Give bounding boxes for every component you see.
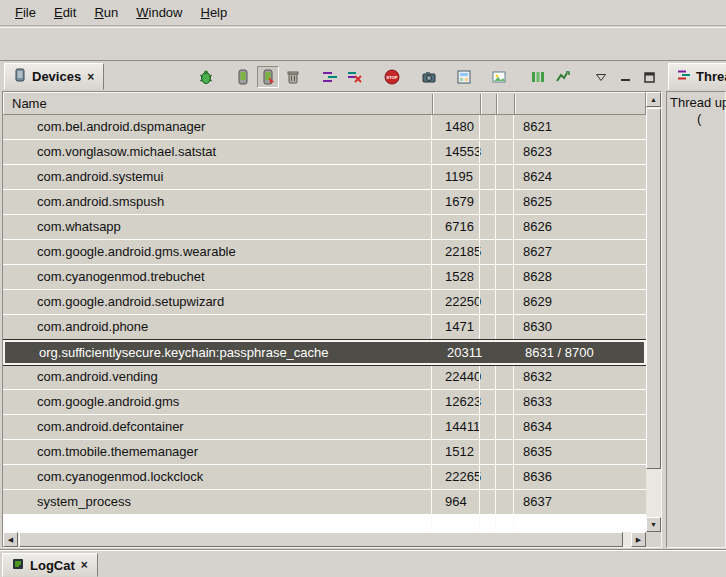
table-row[interactable]: com.tmobile.thememanager 1512 8635 [3, 440, 646, 464]
table-row[interactable]: com.google.android.gms 12623 8633 [3, 390, 646, 414]
opengl-trace-icon[interactable] [552, 66, 574, 88]
table-row[interactable]: com.cyanogenmod.lockclock 22265 8636 [3, 465, 646, 489]
process-pid: 22265 [445, 465, 481, 489]
process-pid: 14411 [445, 415, 480, 439]
table-row[interactable]: com.android.smspush 1679 8625 [3, 190, 646, 214]
threads-message-2: ( [697, 111, 701, 126]
table-row[interactable]: com.android.systemui 1195 8624 [3, 165, 646, 189]
process-pid: 1195 [445, 165, 473, 189]
threads-tab-icon [677, 68, 691, 85]
threads-message: Thread up [670, 95, 726, 110]
column-divider[interactable] [496, 94, 498, 115]
minimize-icon[interactable] [616, 68, 634, 86]
menu-bar: File Edit Run Window Help [0, 0, 726, 26]
devices-tab-label: Devices [32, 69, 81, 84]
threads-panel-header: Threads [666, 62, 726, 91]
screen-capture-icon[interactable] [418, 66, 440, 88]
process-pid: 964 [445, 490, 467, 514]
devices-panel: Devices × STOP Name [2, 62, 662, 548]
process-name: com.whatsapp [37, 215, 121, 239]
menu-edit[interactable]: Edit [45, 1, 85, 24]
horizontal-scrollbar[interactable]: ◀ ▶ [3, 532, 646, 547]
svg-text:STOP: STOP [386, 75, 398, 80]
horizontal-scroll-thumb[interactable] [19, 532, 623, 547]
tab-logcat[interactable]: LogCat × [2, 553, 98, 577]
table-row[interactable]: com.whatsapp 6716 8626 [3, 215, 646, 239]
table-row[interactable]: com.bel.android.dspmanager 1480 8621 [3, 115, 646, 139]
process-name: com.google.android.gms.wearable [37, 240, 236, 264]
scroll-up-icon[interactable]: ▲ [646, 92, 661, 107]
scroll-left-icon[interactable]: ◀ [3, 532, 18, 547]
table-row[interactable]: com.vonglasow.michael.satstat 14553 8623 [3, 140, 646, 164]
process-pid: 1679 [445, 190, 474, 214]
table-row[interactable]: com.google.android.gms.wearable 22185 86… [3, 240, 646, 264]
column-divider[interactable] [514, 94, 516, 115]
devices-tab-close-icon[interactable]: × [86, 70, 95, 84]
column-header-name[interactable]: Name [12, 96, 47, 111]
debug-process-icon[interactable] [195, 66, 217, 88]
process-port: 8621 [523, 115, 552, 139]
logcat-tab-icon [11, 557, 25, 574]
process-port: 8623 [523, 140, 552, 164]
view-hierarchy-icon[interactable] [453, 66, 475, 88]
logcat-tab-close-icon[interactable]: × [80, 558, 89, 572]
table-row[interactable]: com.google.android.setupwizard 22250 862… [3, 290, 646, 314]
logcat-bar: LogCat × [0, 550, 726, 577]
process-port: 8629 [523, 290, 552, 314]
update-threads-icon[interactable] [319, 66, 341, 88]
table-row[interactable]: system_process 964 8637 [3, 490, 646, 514]
table-row[interactable]: org.sufficientlysecure.keychain:passphra… [3, 340, 646, 365]
process-name: com.android.phone [37, 315, 148, 339]
tab-threads[interactable]: Threads [668, 63, 726, 90]
process-port: 8637 [523, 490, 552, 514]
dump-hprof-icon[interactable] [257, 66, 279, 88]
ddms-window: File Edit Run Window Help Devices × STOP… [0, 0, 726, 577]
table-row[interactable]: com.android.vending 22440 8632 [3, 365, 646, 389]
device-table-rows: com.bel.android.dspmanager 1480 8621 com… [3, 115, 646, 532]
menu-help[interactable]: Help [191, 1, 236, 24]
toolbar-strip [0, 27, 726, 61]
update-heap-icon[interactable] [232, 66, 254, 88]
process-name: com.android.smspush [37, 190, 164, 214]
stop-process-icon[interactable]: STOP [381, 66, 403, 88]
table-row[interactable]: com.android.defcontainer 14411 8634 [3, 415, 646, 439]
devices-view-controls [592, 64, 658, 90]
process-name: com.tmobile.thememanager [37, 440, 198, 464]
table-row[interactable]: com.android.phone 1471 8630 [3, 315, 646, 339]
vertical-scroll-thumb[interactable] [646, 108, 661, 469]
column-divider[interactable] [480, 94, 482, 115]
menu-file[interactable]: File [6, 1, 45, 24]
process-name: com.bel.android.dspmanager [37, 115, 205, 139]
devices-tab-icon [13, 68, 27, 85]
process-pid: 6716 [445, 215, 474, 239]
process-port: 8626 [523, 215, 552, 239]
process-name: com.android.vending [37, 365, 158, 389]
column-divider[interactable] [432, 94, 434, 115]
scroll-right-icon[interactable]: ▶ [631, 532, 646, 547]
process-port: 8628 [523, 265, 552, 289]
process-port: 8630 [523, 315, 552, 339]
threads-body: Thread up ( [666, 91, 726, 548]
process-port: 8634 [523, 415, 552, 439]
vertical-scrollbar[interactable]: ▲ ▼ [646, 92, 661, 532]
cause-gc-icon[interactable] [282, 66, 304, 88]
tab-devices[interactable]: Devices × [4, 63, 104, 90]
scroll-down-icon[interactable]: ▼ [646, 517, 661, 532]
threads-panel: Threads Thread up ( [666, 62, 726, 548]
view-menu-icon[interactable] [592, 68, 610, 86]
start-method-profiling-icon[interactable] [344, 66, 366, 88]
capture-systrace-icon[interactable] [527, 66, 549, 88]
process-pid: 1528 [445, 265, 474, 289]
screenshot-image-icon[interactable] [488, 66, 510, 88]
process-port: 8631 / 8700 [525, 342, 594, 363]
process-name: system_process [37, 490, 131, 514]
devices-panel-header: Devices × STOP [2, 62, 662, 91]
menu-window[interactable]: Window [127, 1, 191, 24]
process-pid: 1471 [445, 315, 474, 339]
table-row[interactable]: com.cyanogenmod.trebuchet 1528 8628 [3, 265, 646, 289]
process-pid: 20311 [447, 342, 482, 363]
process-name: com.google.android.gms [37, 390, 179, 414]
menu-run[interactable]: Run [85, 1, 127, 24]
maximize-icon[interactable] [640, 68, 658, 86]
process-port: 8624 [523, 165, 552, 189]
